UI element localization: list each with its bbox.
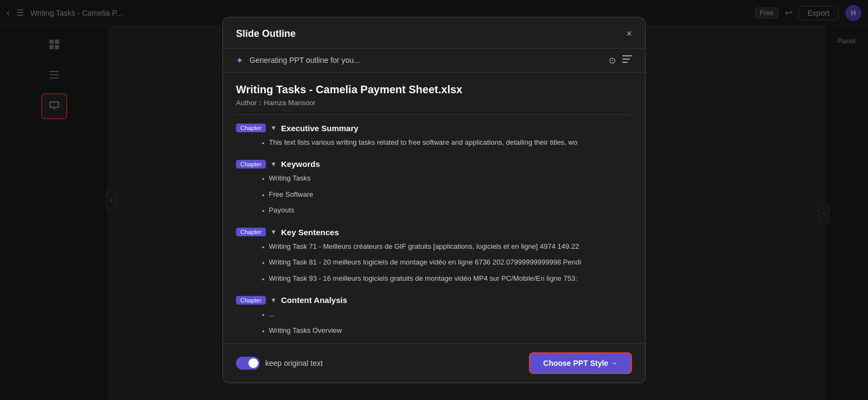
generating-text: Generating PPT outline for you... [250,56,602,64]
list-item: •This text lists various writing tasks r… [262,135,632,151]
item-text: Writing Task 81 - 20 meilleurs logiciels… [269,257,582,268]
chapter-badge-1[interactable]: Chapter [236,160,266,169]
spark-icon: ✦ [236,55,243,66]
item-text: Payouts [269,205,295,216]
modal-footer: keep original text Choose PPT Style → [223,343,645,383]
bullet-icon: • [262,274,265,285]
bullet-icon: • [262,138,265,149]
svg-rect-13 [622,62,628,63]
slide-outline-modal: Slide Outline × ✦ Generating PPT outline… [222,17,646,384]
chapter-header-3: Chapter▼Content Analysis [236,291,632,307]
chapter-section-3: Chapter▼Content Analysis•...•Writing Tas… [236,291,632,339]
list-item: •Payouts [262,203,632,219]
list-item: •Writing Tasks Overview [262,323,632,339]
doc-author: Author：Hamza Mansoor [236,98,632,108]
item-text: Writing Task 71 - Meilleurs créateurs de… [269,241,579,252]
item-text: Writing Task 93 - 16 meilleurs logiciels… [269,273,577,284]
list-item: •Writing Tasks [262,171,632,187]
svg-rect-11 [622,55,632,56]
bullet-icon: • [262,174,265,185]
choose-ppt-button[interactable]: Choose PPT Style → [529,352,632,374]
item-text: Free Software [269,189,314,200]
modal-overlay: Slide Outline × ✦ Generating PPT outline… [0,0,868,400]
bullet-icon: • [262,242,265,253]
modal-close-button[interactable]: × [626,28,632,40]
list-item: •Writing Task 71 - Meilleurs créateurs d… [262,239,632,255]
chapter-items-0: •This text lists various writing tasks r… [236,135,632,151]
bullet-icon: • [262,190,265,201]
chapter-title-1: Keywords [281,159,320,169]
chapter-badge-0[interactable]: Chapter [236,124,266,132]
bullet-icon: • [262,206,265,217]
generating-bar: ✦ Generating PPT outline for you... ⊙ [223,49,645,73]
chapter-header-0: Chapter▼Executive Summary [236,119,632,135]
outline-content: Chapter▼Executive Summary•This text list… [223,115,645,344]
keep-original-toggle[interactable] [236,357,260,370]
chapter-header-2: Chapter▼Key Sentences [236,223,632,239]
list-item: •... [262,307,632,323]
bullet-icon: • [262,326,265,337]
chapter-title-3: Content Analysis [281,295,347,305]
toggle-row: keep original text [236,357,323,370]
svg-rect-12 [622,59,630,60]
doc-info: Writing Tasks - Camelia Payment Sheet.xl… [223,73,645,114]
modal-header: Slide Outline × [223,17,645,49]
chapter-chevron-1[interactable]: ▼ [270,160,277,168]
chapter-chevron-2[interactable]: ▼ [270,228,277,236]
list-item: •Writing Task 81 - 20 meilleurs logiciel… [262,255,632,271]
chapter-chevron-0[interactable]: ▼ [270,124,277,132]
chapter-items-2: •Writing Task 71 - Meilleurs créateurs d… [236,239,632,287]
chapter-section-2: Chapter▼Key Sentences•Writing Task 71 - … [236,223,632,287]
chapter-header-1: Chapter▼Keywords [236,155,632,171]
item-text: Writing Tasks [269,173,311,184]
list-item: •Writing Task 93 - 16 meilleurs logiciel… [262,271,632,287]
chapter-section-0: Chapter▼Executive Summary•This text list… [236,119,632,151]
item-text: This text lists various writing tasks re… [269,137,578,148]
lines-icon[interactable] [622,55,632,65]
chapter-title-0: Executive Summary [281,124,359,133]
list-item: •Free Software [262,187,632,203]
item-text: Writing Tasks Overview [269,325,342,336]
chapter-badge-3[interactable]: Chapter [236,296,266,305]
chapter-chevron-3[interactable]: ▼ [270,296,277,304]
chapter-section-1: Chapter▼Keywords•Writing Tasks•Free Soft… [236,155,632,219]
compass-icon[interactable]: ⊙ [609,55,616,66]
chapter-badge-2[interactable]: Chapter [236,228,266,236]
toggle-knob [248,358,258,368]
item-text: ... [269,309,275,320]
chapter-items-3: •...•Writing Tasks Overview [236,307,632,339]
toggle-label: keep original text [265,359,323,367]
chapter-items-1: •Writing Tasks•Free Software•Payouts [236,171,632,219]
bullet-icon: • [262,310,265,321]
doc-title: Writing Tasks - Camelia Payment Sheet.xl… [236,83,632,96]
bullet-icon: • [262,258,265,269]
chapter-title-2: Key Sentences [281,228,339,237]
modal-title: Slide Outline [236,28,296,40]
